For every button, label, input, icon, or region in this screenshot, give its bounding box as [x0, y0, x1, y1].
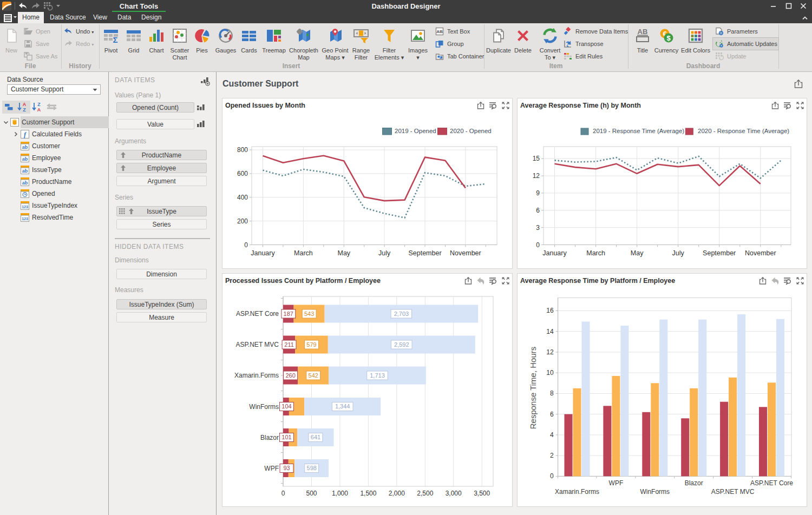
svg-text:641: 641	[311, 434, 320, 440]
svg-text:November: November	[450, 249, 481, 257]
svg-text:6: 6	[536, 207, 540, 214]
svg-text:104: 104	[281, 403, 291, 410]
svg-text:ab: ab	[22, 156, 28, 162]
svg-text:Z: Z	[23, 107, 26, 112]
svg-text:800: 800	[237, 146, 248, 154]
svg-text:598: 598	[307, 465, 317, 471]
svg-text:$: $	[666, 34, 671, 42]
svg-text:A: A	[37, 107, 41, 112]
svg-text:July: July	[378, 249, 391, 257]
svg-text:123: 123	[22, 205, 28, 209]
svg-text:AB: AB	[436, 29, 443, 34]
svg-text:9: 9	[536, 189, 540, 197]
svg-text:400: 400	[237, 194, 248, 201]
svg-text:2,592: 2,592	[394, 341, 409, 348]
svg-text:1,000: 1,000	[332, 490, 348, 497]
svg-text:WPF: WPF	[264, 465, 279, 472]
svg-text:Blazor: Blazor	[260, 434, 279, 441]
svg-text:2,000: 2,000	[389, 490, 405, 497]
svg-text:2,500: 2,500	[417, 490, 433, 497]
svg-text:1,500: 1,500	[360, 490, 376, 497]
svg-text:March: March	[586, 249, 605, 257]
svg-text:May: May	[631, 249, 644, 257]
svg-text:123: 123	[22, 217, 28, 221]
svg-text:September: September	[408, 249, 441, 257]
svg-text:1,713: 1,713	[370, 372, 385, 379]
svg-text:2,703: 2,703	[394, 311, 409, 317]
svg-text:500: 500	[306, 490, 317, 497]
svg-text:600: 600	[237, 170, 248, 177]
svg-text:543: 543	[304, 311, 314, 317]
svg-text:January: January	[251, 249, 275, 257]
svg-text:187: 187	[284, 311, 293, 317]
svg-text:WPF: WPF	[609, 479, 624, 487]
svg-text:579: 579	[306, 341, 316, 348]
svg-text:93: 93	[283, 465, 290, 471]
svg-text:3,500: 3,500	[474, 490, 490, 497]
svg-text:ASP.NET Core: ASP.NET Core	[750, 479, 793, 487]
svg-text:AB: AB	[638, 28, 648, 36]
svg-text:14: 14	[546, 328, 554, 335]
svg-text:November: November	[745, 249, 776, 257]
svg-text:Z: Z	[37, 102, 41, 107]
svg-text:September: September	[703, 249, 736, 257]
svg-text:ab: ab	[22, 144, 28, 150]
svg-text:10: 10	[546, 369, 554, 377]
svg-text:ab: ab	[22, 180, 28, 186]
svg-text:0: 0	[550, 472, 554, 480]
svg-text:12: 12	[546, 348, 554, 356]
svg-text:2020 - Response Time (Average): 2020 - Response Time (Average)	[698, 128, 789, 134]
svg-text:12: 12	[533, 172, 540, 180]
svg-text:ASP.NET MVC: ASP.NET MVC	[711, 488, 755, 496]
svg-text:0: 0	[244, 241, 248, 249]
svg-text:ASP.NET Core: ASP.NET Core	[236, 310, 279, 318]
svg-text:8: 8	[550, 389, 554, 397]
svg-text:542: 542	[309, 372, 318, 379]
svg-text:2: 2	[550, 452, 554, 459]
svg-text:0: 0	[536, 241, 540, 249]
svg-text:WinForms: WinForms	[640, 488, 670, 496]
svg-text:101: 101	[281, 434, 291, 440]
svg-text:15: 15	[533, 155, 540, 162]
svg-text:3,000: 3,000	[446, 490, 462, 497]
svg-text:6: 6	[550, 411, 554, 418]
svg-text:4: 4	[550, 431, 554, 439]
svg-text:January: January	[542, 249, 567, 257]
svg-text:1,344: 1,344	[335, 403, 350, 410]
svg-text:16: 16	[546, 307, 554, 314]
svg-text:Xamarin.Forms: Xamarin.Forms	[234, 372, 279, 379]
svg-text:A: A	[23, 102, 27, 107]
svg-text:200: 200	[237, 217, 248, 225]
svg-text:0: 0	[281, 490, 285, 497]
svg-text:Blazor: Blazor	[685, 479, 703, 487]
svg-text:Response Time, Hours: Response Time, Hours	[528, 347, 538, 430]
svg-text:WinForms: WinForms	[249, 403, 279, 411]
svg-text:May: May	[337, 249, 350, 257]
svg-text:Xamarin.Forms: Xamarin.Forms	[555, 488, 599, 496]
svg-text:July: July	[672, 249, 685, 257]
svg-text:March: March	[294, 249, 313, 257]
svg-text:2019 - Response Time (Average): 2019 - Response Time (Average)	[593, 128, 684, 134]
svg-text:211: 211	[284, 341, 294, 348]
svg-text:2019 - Opened: 2019 - Opened	[395, 128, 436, 134]
svg-text:2020 - Opened: 2020 - Opened	[450, 128, 492, 134]
svg-text:ab: ab	[22, 168, 28, 174]
svg-text:ASP.NET MVC: ASP.NET MVC	[235, 341, 279, 348]
svg-text:3: 3	[536, 224, 540, 232]
svg-text:260: 260	[285, 372, 295, 379]
